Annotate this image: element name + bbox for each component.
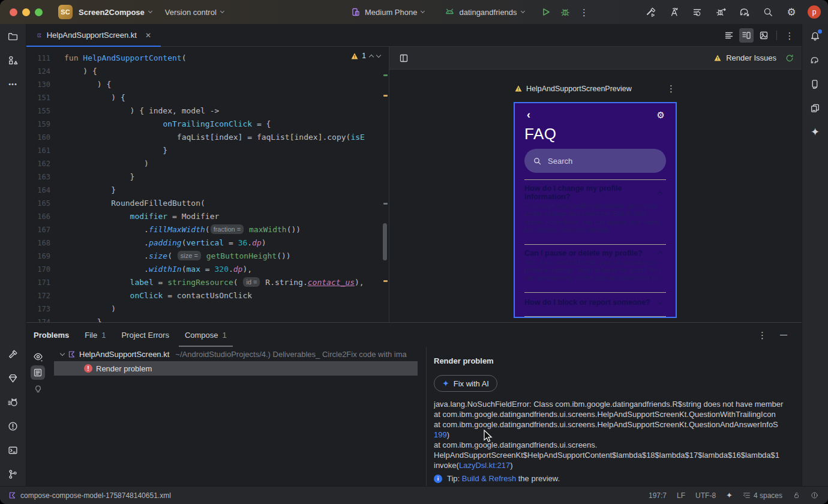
code-editor[interactable]: 111fun HelpAndSupportContent(124 ) {130 … — [26, 47, 389, 322]
previous-issue-icon[interactable] — [369, 54, 374, 59]
gradle-sync-button[interactable] — [737, 5, 752, 19]
terminal-tool-button[interactable] — [5, 442, 22, 458]
stripe-mark-gray[interactable] — [383, 203, 388, 205]
faq-question[interactable]: How do I change my profile information? — [524, 184, 665, 201]
build-tool-button[interactable] — [5, 346, 22, 362]
faq-question[interactable]: How do I block or report someone? — [524, 298, 665, 307]
run-button[interactable] — [539, 5, 553, 19]
android-studio-window: SC Screen2Compose Version control Medium… — [0, 0, 828, 504]
render-issues-status[interactable]: ! Render Issues — [714, 53, 794, 63]
write-access-lock-icon[interactable] — [793, 491, 800, 499]
stripe-mark-green[interactable] — [383, 74, 388, 76]
file-encoding[interactable]: UTF-8 — [695, 491, 716, 500]
user-avatar[interactable]: p — [808, 5, 821, 19]
device-manager-tool-button[interactable] — [807, 76, 824, 92]
more-tool-windows-button[interactable]: ••• — [5, 76, 22, 92]
indent-setting[interactable]: 4 spaces — [743, 491, 782, 500]
preview-layout-button[interactable] — [397, 51, 411, 65]
tab-project-errors[interactable]: Project Errors — [121, 323, 169, 347]
code-text: } — [50, 316, 102, 322]
refresh-icon[interactable] — [785, 53, 794, 63]
tab-file[interactable]: File1 — [85, 323, 106, 347]
commit-history-button[interactable] — [691, 5, 705, 19]
render-problem-row[interactable]: ! Render problem — [54, 361, 418, 376]
settings-gear-icon[interactable]: ⚙ — [657, 110, 665, 119]
more-run-options-button[interactable]: ⋮ — [577, 5, 592, 19]
project-selector[interactable]: Screen2Compose — [79, 8, 152, 17]
problem-details: Render problem ✦ Fix with AI java.lang.N… — [426, 347, 802, 486]
preview-title-row[interactable]: ! HelpAndSupportScreenPreview ⋮ — [514, 84, 677, 93]
gemini-tool-button[interactable]: ✦ — [807, 124, 824, 140]
quick-fix-bulb-button[interactable] — [31, 382, 45, 396]
hide-panel-icon[interactable]: — — [780, 331, 787, 339]
run-configuration-selector[interactable]: datingandfriends — [445, 7, 524, 17]
code-line: 155 ) { index, model -> — [26, 104, 389, 118]
code-segment: R.string. — [260, 278, 307, 287]
faq-item: How do I change my profile information?T… — [524, 179, 666, 244]
status-file[interactable]: compose-compose-model-1758748140651.xml — [8, 491, 171, 500]
fix-with-ai-button[interactable]: ✦ Fix with AI — [434, 375, 497, 392]
preview-menu-icon[interactable]: ⋮ — [667, 84, 676, 93]
zoom-window-icon[interactable] — [35, 8, 43, 16]
profiler-bug-button[interactable] — [714, 5, 728, 19]
stack-text: ) — [447, 430, 449, 439]
code-segment: = contactUsOnClick — [163, 291, 252, 300]
close-tab-icon[interactable]: ✕ — [145, 31, 151, 40]
resource-manager-tool-button[interactable] — [5, 52, 22, 68]
line-separator[interactable]: LF — [677, 491, 685, 500]
stack-link[interactable]: LazyDsl.kt:217 — [459, 461, 510, 470]
code-segment: padding — [149, 238, 182, 247]
settings-button[interactable]: ⚙ — [784, 5, 799, 19]
inspections-status-icon[interactable] — [811, 491, 818, 499]
stripe-mark-warning[interactable] — [383, 95, 388, 97]
ai-status-icon[interactable]: ✦ — [726, 491, 733, 500]
logcat-tool-button[interactable] — [5, 394, 22, 410]
ai-rename-actions-button[interactable] — [667, 5, 682, 19]
version-control-menu[interactable]: Version control — [165, 8, 224, 17]
split-view-button[interactable] — [739, 28, 754, 43]
close-window-icon[interactable] — [10, 8, 17, 16]
code-text: ) — [50, 157, 149, 170]
code-text: .size( size = getButtonHeight()) — [50, 250, 291, 263]
problem-file-row[interactable]: HelpAndSupportScreen.kt ~/AndroidStudioP… — [49, 347, 426, 361]
search-everywhere-button[interactable] — [761, 5, 775, 19]
show-details-button[interactable] — [31, 365, 45, 380]
faq-search-bar[interactable]: Search — [524, 149, 666, 173]
design-view-button[interactable] — [757, 28, 771, 43]
code-segment: onClick — [130, 291, 163, 300]
panel-options-icon[interactable]: ⋮ — [758, 331, 767, 340]
faq-question[interactable]: Can I pause or delete my profile? — [524, 249, 665, 257]
minimize-window-icon[interactable] — [22, 8, 30, 16]
inline-hint-chip: fraction = — [211, 224, 244, 234]
warning-icon: ! — [715, 55, 721, 61]
stack-link[interactable]: 199 — [434, 430, 447, 439]
debug-button[interactable] — [558, 5, 572, 19]
phone-preview[interactable]: ‹ ⚙ FAQ Search How do I change my profil… — [514, 102, 677, 318]
build-project-button[interactable] — [644, 5, 658, 19]
git-tool-button[interactable] — [5, 466, 22, 482]
project-tool-button[interactable] — [5, 28, 22, 44]
app-quality-insights-tool-button[interactable] — [5, 370, 22, 386]
chevron-down-icon[interactable] — [60, 350, 65, 355]
editor-options-button[interactable]: ⋮ — [782, 28, 797, 43]
view-options-button[interactable] — [31, 349, 45, 364]
back-chevron-icon[interactable]: ‹ — [527, 109, 530, 120]
problems-tool-button[interactable] — [5, 418, 22, 434]
next-issue-icon[interactable] — [376, 53, 381, 58]
stripe-mark-warning[interactable] — [383, 280, 388, 282]
editor-scrollbar[interactable] — [383, 223, 387, 260]
line-number: 167 — [26, 223, 50, 236]
build-refresh-link[interactable]: Build & Refresh — [462, 474, 516, 483]
code-segment: dp — [252, 238, 262, 247]
caret-position[interactable]: 197:7 — [649, 491, 667, 500]
device-selector[interactable]: Medium Phone — [351, 7, 424, 17]
editor-tab[interactable]: HelpAndSupportScreen.kt ✕ — [26, 24, 161, 47]
tab-compose[interactable]: Compose1 — [185, 323, 227, 347]
notifications-button[interactable] — [807, 28, 824, 44]
line-number: 130 — [26, 78, 50, 91]
device-explorer-tool-button[interactable] — [807, 100, 824, 116]
inspection-widget[interactable]: ! 1 — [351, 52, 380, 60]
gradle-tool-button[interactable] — [807, 52, 824, 68]
code-segment: contact_us — [308, 278, 355, 287]
code-view-button[interactable] — [722, 28, 736, 43]
